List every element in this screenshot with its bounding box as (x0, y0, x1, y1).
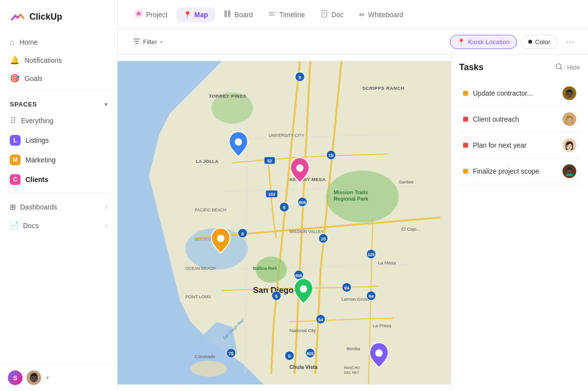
marketing-label: Marketing (25, 156, 55, 164)
tab-doc[interactable]: Doc (314, 6, 350, 23)
spaces-label: Spaces (10, 101, 37, 108)
home-label: Home (20, 38, 38, 46)
task-item-4[interactable]: Finalize project scope 👨🏿‍🦱 (459, 158, 580, 184)
sidebar-item-home[interactable]: ⌂ Home (4, 33, 113, 51)
svg-text:LA JOLLA: LA JOLLA (196, 158, 218, 164)
listings-label: Listings (25, 136, 49, 144)
svg-text:La Presa: La Presa (373, 323, 392, 328)
dashboards-left: ⊞ Dashboards (10, 203, 57, 211)
svg-text:Bonita: Bonita (347, 346, 361, 351)
task-priority-dot-1 (463, 91, 468, 96)
task-avatar-1: 👨🏿 (563, 86, 576, 100)
sidebar-item-listings[interactable]: L Listings (4, 130, 113, 150)
task-panel-actions: Hide (555, 63, 580, 73)
sidebar-item-everything[interactable]: ⠿ Everything (4, 111, 113, 130)
timeline-tab-label: Timeline (279, 11, 305, 19)
tab-board[interactable]: Board (217, 6, 260, 23)
filter-button[interactable]: Filter ▾ (127, 35, 169, 49)
filter-icon (133, 38, 140, 46)
spaces-section-header: Spaces ▾ (0, 94, 117, 111)
svg-text:Chula Vista: Chula Vista (290, 364, 318, 370)
task-item-1[interactable]: Update contractor... 👨🏿 (459, 80, 580, 106)
task-avatar-2: 👩🏼 (563, 112, 576, 126)
svg-text:5: 5 (288, 353, 291, 359)
doc-tab-icon (320, 10, 328, 19)
whiteboard-tab-label: Whiteboard (368, 11, 403, 19)
sidebar-sections: ⊞ Dashboards › 📄 Docs › (0, 196, 117, 237)
docs-arrow-icon: › (105, 222, 107, 229)
clickup-logo-icon (10, 9, 25, 25)
color-label: Color (535, 38, 550, 46)
content-area: TORREY PINES SCRIPPS RANCH UNIVERSITY CI… (118, 54, 588, 391)
toolbar-left: Filter ▾ (127, 35, 169, 49)
more-options-button[interactable]: ⋯ (562, 34, 578, 49)
clients-label: Clients (25, 176, 49, 183)
kiosk-location-label: Kiosk Location (468, 38, 510, 46)
tab-whiteboard[interactable]: ✏ Whiteboard (352, 7, 410, 22)
svg-text:94: 94 (344, 285, 349, 290)
svg-text:La Mesa: La Mesa (378, 260, 396, 265)
kiosk-location-button[interactable]: 📍 Kiosk Location (450, 35, 517, 49)
map-container[interactable]: TORREY PINES SCRIPPS RANCH UNIVERSITY CI… (118, 54, 451, 391)
logo[interactable]: ClickUp (0, 0, 117, 33)
task-item-2[interactable]: Client outreach 👩🏼 (459, 106, 580, 132)
svg-text:805: 805 (307, 351, 314, 356)
svg-text:National City: National City (290, 328, 316, 333)
tab-timeline[interactable]: Timeline (262, 6, 312, 23)
sidebar: ClickUp ⌂ Home 🔔 Notifications 🎯 Goals S… (0, 0, 118, 391)
everything-icon: ⠿ (10, 115, 16, 126)
app-name: ClickUp (29, 12, 62, 22)
sidebar-item-dashboards[interactable]: ⊞ Dashboards › (4, 198, 113, 216)
sidebar-item-clients[interactable]: C Clients (4, 170, 113, 189)
svg-text:5: 5 (298, 75, 301, 80)
sidebar-item-docs[interactable]: 📄 Docs › (4, 216, 113, 235)
more-icon: ⋯ (565, 37, 574, 47)
clients-badge: C (10, 174, 21, 185)
docs-icon: 📄 (10, 221, 19, 230)
dashboards-label: Dashboards (20, 203, 57, 211)
dashboards-icon: ⊞ (10, 203, 16, 211)
color-button[interactable]: Color (521, 35, 558, 49)
spaces-collapse-icon[interactable]: ▾ (104, 101, 108, 108)
user-photo-avatar: 👨🏿 (26, 370, 41, 385)
sidebar-item-notifications[interactable]: 🔔 Notifications (4, 51, 113, 69)
task-priority-dot-4 (463, 169, 468, 174)
tasks-hide-button[interactable]: Hide (567, 64, 580, 71)
task-name-2: Client outreach (473, 115, 558, 123)
project-tab-label: Project (146, 11, 168, 19)
map-tab-label: Map (195, 11, 208, 19)
user-dropdown-icon[interactable]: ▾ (46, 374, 49, 381)
user-initial-avatar: S (8, 370, 23, 385)
svg-point-83 (235, 138, 242, 146)
svg-text:5: 5 (283, 205, 286, 210)
sidebar-item-marketing[interactable]: M Marketing (4, 150, 113, 170)
spaces-list: ⠿ Everything L Listings M Marketing C Cl… (0, 111, 117, 189)
svg-text:UNIVERSITY CITY: UNIVERSITY CITY (269, 133, 304, 138)
svg-point-85 (217, 235, 224, 242)
svg-text:805: 805 (295, 273, 302, 278)
listings-badge: L (10, 135, 21, 146)
task-priority-dot-3 (463, 143, 468, 148)
sidebar-user-area[interactable]: S 👨🏿 ▾ (0, 364, 117, 391)
svg-text:RANCHO: RANCHO (344, 365, 360, 370)
svg-text:52: 52 (268, 158, 272, 163)
toolbar-right: 📍 Kiosk Location Color ⋯ (450, 34, 578, 49)
task-name-4: Finalize project scope (473, 167, 558, 175)
docs-label: Docs (23, 222, 39, 230)
svg-text:El Cajo...: El Cajo... (401, 226, 420, 232)
main-content: Project 📍 Map Board Timeline Doc (118, 0, 588, 391)
tab-map[interactable]: 📍 Map (176, 7, 215, 22)
svg-text:SCRIPPS RANCH: SCRIPPS RANCH (362, 85, 404, 91)
bell-icon: 🔔 (10, 55, 20, 65)
sidebar-item-goals[interactable]: 🎯 Goals (4, 69, 113, 87)
task-panel: Tasks Hide Update contractor... (451, 54, 588, 391)
map-tab-icon: 📍 (183, 11, 192, 19)
tab-project[interactable]: Project (127, 6, 174, 23)
dashboards-arrow-icon: › (105, 204, 107, 210)
task-item-3[interactable]: Plan for next year 👩🏻 (459, 132, 580, 158)
map-svg: TORREY PINES SCRIPPS RANCH UNIVERSITY CI… (118, 54, 451, 391)
svg-point-12 (191, 361, 227, 377)
task-name-1: Update contractor... (473, 89, 558, 97)
tasks-search-button[interactable] (555, 63, 563, 73)
task-panel-header: Tasks Hide (459, 62, 580, 73)
